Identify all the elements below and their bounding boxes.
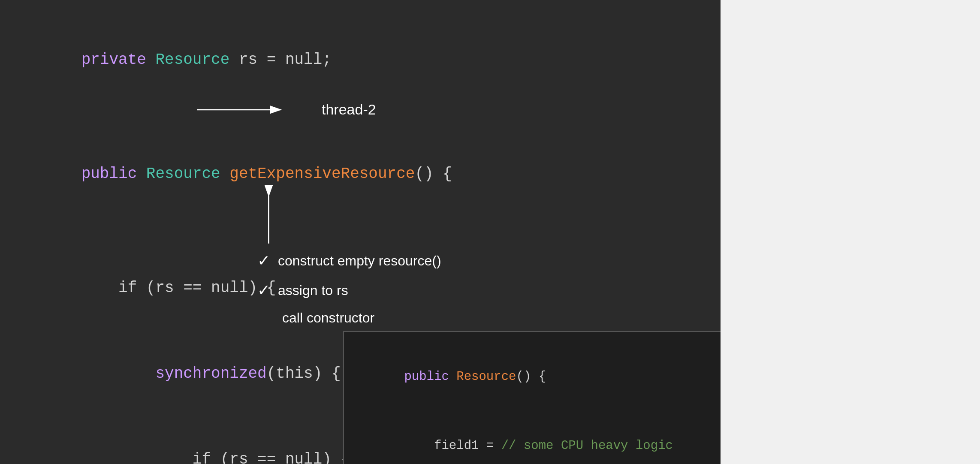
checklist-label-2: assign to rs: [278, 277, 348, 304]
popup-panel: public Resource() { field1 = // some CPU…: [343, 331, 721, 464]
checklist: ✓ construct empty resource() ✓ assign to…: [257, 246, 441, 331]
checklist-label-3: call constructor: [282, 305, 374, 331]
checkmark-2: ✓: [257, 276, 270, 305]
popup-line-2: field1 = // some CPU heavy logic: [359, 411, 705, 464]
right-panel: [721, 0, 980, 464]
code-line-1: private Resource rs = null;: [26, 17, 695, 103]
main-panel: private Resource rs = null; public Resou…: [0, 0, 721, 464]
code-line-blank2: [26, 217, 695, 246]
checklist-item-3: call constructor: [257, 305, 441, 331]
checklist-label-1: construct empty resource(): [278, 248, 441, 274]
code-line-3: public Resource getExpensiveResource() {: [26, 131, 695, 217]
thread2-label: thread-2: [322, 101, 376, 118]
checkmark-1: ✓: [257, 246, 270, 275]
popup-line-1: public Resource() {: [359, 342, 705, 411]
checklist-item-2: ✓ assign to rs: [257, 276, 441, 305]
checklist-item-1: ✓ construct empty resource(): [257, 246, 441, 275]
